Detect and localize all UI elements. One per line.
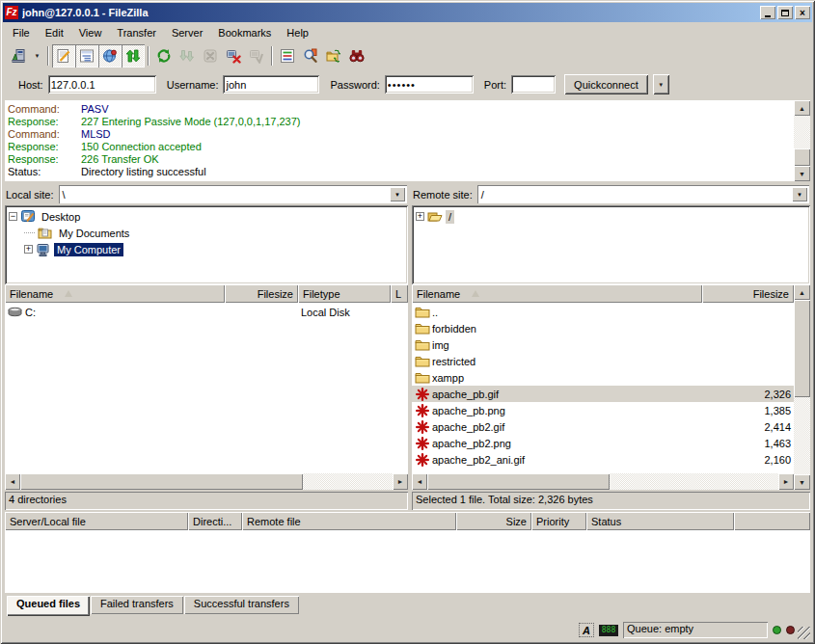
synchronized-browsing-button[interactable] [322,44,345,67]
scrollbar-track[interactable] [20,473,393,490]
tab-successful-transfers[interactable]: Successful transfers [184,596,299,614]
column-header-server-local-file[interactable]: Server/Local file [5,512,188,530]
menu-file[interactable]: File [5,24,38,41]
transfer-type-indicator[interactable]: A [579,623,594,637]
site-manager-button[interactable] [7,44,30,67]
disconnect-button[interactable] [222,44,245,67]
scroll-down-button[interactable]: ▼ [794,166,810,181]
column-header-filesize[interactable]: Filesize [225,284,298,303]
toggle-message-log-button[interactable] [52,44,75,67]
expand-icon[interactable]: + [24,245,33,254]
remote-list-vscrollbar[interactable]: ▲ ▼ [794,284,810,490]
quickconnect-dropdown-button[interactable]: ▼ [653,74,669,94]
host-label: Host: [18,79,43,91]
scrollbar-track[interactable] [794,300,810,474]
tab-failed-transfers[interactable]: Failed transfers [91,596,183,614]
column-header-l[interactable]: L [391,284,408,303]
toggle-remote-tree-button[interactable] [98,44,122,67]
scroll-left-button[interactable]: ◄ [412,473,427,490]
process-queue-button[interactable] [176,44,199,67]
remote-site-combobox[interactable]: / ▼ [477,185,809,203]
column-header-directi[interactable]: Directi... [188,512,242,530]
file-row-xampp[interactable]: xampp [412,369,794,386]
file-row-forbidden[interactable]: forbidden [412,320,794,336]
scroll-down-button[interactable]: ▼ [794,474,810,490]
column-header-item[interactable] [734,512,810,530]
menu-help[interactable]: Help [279,24,316,41]
password-input[interactable] [385,75,474,94]
toggle-local-tree-button[interactable] [75,44,98,67]
cancel-operation-button[interactable] [199,44,222,67]
chevron-down-icon: ▼ [797,192,802,198]
file-row-apache-pb2-png[interactable]: apache_pb2.png1,463 [412,435,794,451]
local-site-combobox[interactable]: \ ▼ [59,185,407,203]
column-header-status[interactable]: Status [586,512,734,530]
combo-dropdown-button[interactable]: ▼ [792,187,807,201]
file-row-apache-pb2-ani-gif[interactable]: apache_pb2_ani.gif2,160 [412,451,794,468]
find-files-button[interactable] [345,44,368,67]
menu-bookmarks[interactable]: Bookmarks [210,24,279,41]
column-header-filename[interactable]: Filename [412,284,702,303]
close-button[interactable]: × [795,6,810,19]
tree-item-my-documents[interactable]: My Documents [7,225,406,241]
menu-view[interactable]: View [71,24,110,41]
filezilla-logo-icon: Fz [5,6,18,19]
menu-server[interactable]: Server [164,24,210,41]
host-input[interactable] [48,75,156,94]
message-log-scrollbar[interactable]: ▲ ▼ [794,100,810,181]
directory-listing-icon [280,48,295,64]
column-header-label: Filesize [258,288,293,300]
refresh-button[interactable] [152,44,176,67]
scroll-right-button[interactable]: ► [778,473,794,490]
speed-limit-indicator[interactable]: 888 [599,625,618,636]
scroll-left-button[interactable]: ◄ [5,473,20,490]
toggle-transfer-queue-button[interactable] [122,44,145,67]
tree-item-my-computer[interactable]: +My Computer [7,241,406,257]
file-row-c[interactable]: C:Local Disk [5,304,408,320]
file-row-apache-pb2-gif[interactable]: apache_pb2.gif2,414 [412,418,794,435]
column-header-priority[interactable]: Priority [531,512,586,530]
file-search-button[interactable] [299,44,322,67]
file-row-restricted[interactable]: restricted [412,353,794,369]
username-input[interactable] [223,75,319,94]
resize-grip[interactable] [798,627,810,639]
scrollbar-thumb[interactable] [794,148,810,166]
minimize-button[interactable] [760,6,775,19]
menu-transfer[interactable]: Transfer [109,24,164,41]
menu-edit[interactable]: Edit [38,24,71,41]
quickconnect-button[interactable]: Quickconnect [564,74,648,94]
column-header-filesize[interactable]: Filesize [702,284,794,303]
tree-item-item[interactable]: +/ [414,208,808,225]
scroll-right-button[interactable]: ► [393,473,408,490]
column-header-filename[interactable]: Filename [5,284,225,303]
scrollbar-thumb[interactable] [794,300,810,397]
remote-list-hscrollbar[interactable]: ◄ ► [412,473,794,490]
file-row-apache-pb-gif[interactable]: apache_pb.gif2,326 [412,386,794,402]
scroll-up-button[interactable]: ▲ [794,100,810,116]
collapse-icon[interactable]: − [9,212,17,221]
local-list-hscrollbar[interactable]: ◄ ► [5,473,408,490]
scrollbar-track[interactable] [427,473,778,490]
my-computer-icon [36,242,51,257]
directory-listing-button[interactable] [276,44,299,67]
maximize-button[interactable] [777,6,793,19]
title-bar[interactable]: Fz john@127.0.0.1 - FileZilla × [3,3,812,22]
column-header-filetype[interactable]: Filetype [298,284,391,303]
file-row-item[interactable]: .. [412,304,794,320]
tab-queued-files[interactable]: Queued files [7,596,90,616]
scroll-up-button[interactable]: ▲ [794,284,810,300]
scrollbar-thumb[interactable] [20,473,303,490]
column-header-remote-file[interactable]: Remote file [242,512,456,530]
site-manager-button-dropdown[interactable]: ▼ [30,44,44,67]
combo-dropdown-button[interactable]: ▼ [390,187,405,201]
scrollbar-thumb[interactable] [427,473,610,490]
column-header-size[interactable]: Size [456,512,531,530]
file-row-apache-pb-png[interactable]: apache_pb.png1,385 [412,402,794,418]
site-manager-icon [11,48,26,64]
expand-icon[interactable]: + [416,212,424,221]
reconnect-button[interactable] [245,44,268,67]
file-row-img[interactable]: img [412,336,794,353]
scrollbar-track[interactable] [794,116,810,166]
port-input[interactable] [511,75,556,94]
tree-item-desktop[interactable]: −Desktop [7,208,406,225]
